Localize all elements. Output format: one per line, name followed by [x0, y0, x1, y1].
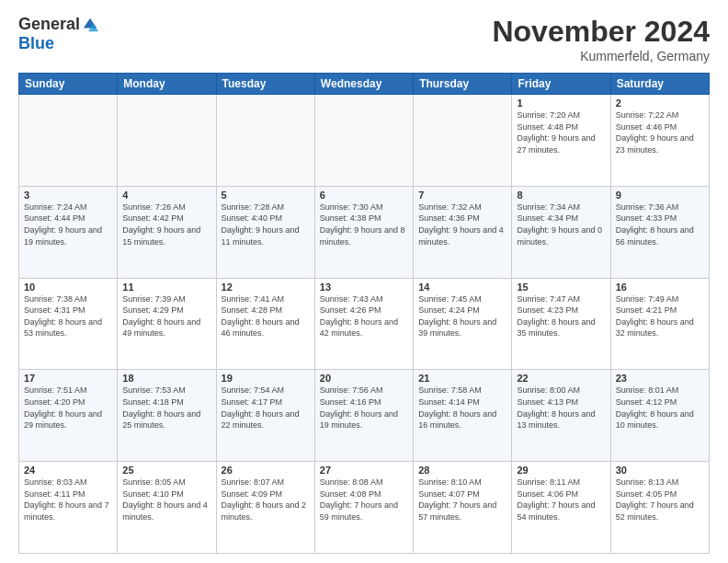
- calendar-row-1: 3Sunrise: 7:24 AMSunset: 4:44 PMDaylight…: [19, 186, 710, 278]
- title-area: November 2024 Kummerfeld, Germany: [492, 15, 710, 63]
- calendar-cell: 11Sunrise: 7:39 AMSunset: 4:29 PMDayligh…: [118, 278, 216, 370]
- calendar-cell: 21Sunrise: 7:58 AMSunset: 4:14 PMDayligh…: [414, 370, 512, 462]
- day-number: 30: [616, 465, 704, 476]
- day-number: 25: [122, 465, 210, 476]
- day-info: Sunrise: 7:22 AMSunset: 4:46 PMDaylight:…: [616, 109, 704, 155]
- calendar-cell: 28Sunrise: 8:10 AMSunset: 4:07 PMDayligh…: [414, 462, 512, 554]
- calendar-cell: 5Sunrise: 7:28 AMSunset: 4:40 PMDaylight…: [216, 186, 314, 278]
- day-info: Sunrise: 7:39 AMSunset: 4:29 PMDaylight:…: [122, 293, 210, 339]
- day-number: 24: [24, 465, 112, 476]
- day-number: 11: [122, 282, 210, 293]
- day-info: Sunrise: 8:08 AMSunset: 4:08 PMDaylight:…: [320, 477, 408, 523]
- day-info: Sunrise: 8:13 AMSunset: 4:05 PMDaylight:…: [616, 477, 704, 523]
- calendar-cell: 15Sunrise: 7:47 AMSunset: 4:23 PMDayligh…: [512, 278, 610, 370]
- day-number: 10: [24, 282, 112, 293]
- calendar-cell: 12Sunrise: 7:41 AMSunset: 4:28 PMDayligh…: [216, 278, 314, 370]
- day-number: 6: [320, 190, 408, 201]
- day-info: Sunrise: 7:30 AMSunset: 4:38 PMDaylight:…: [320, 201, 408, 247]
- calendar-cell: 29Sunrise: 8:11 AMSunset: 4:06 PMDayligh…: [512, 462, 610, 554]
- day-info: Sunrise: 7:43 AMSunset: 4:26 PMDaylight:…: [320, 293, 408, 339]
- day-info: Sunrise: 8:11 AMSunset: 4:06 PMDaylight:…: [517, 477, 605, 523]
- day-number: 16: [616, 282, 704, 293]
- calendar-cell: 13Sunrise: 7:43 AMSunset: 4:26 PMDayligh…: [314, 278, 413, 370]
- day-info: Sunrise: 8:05 AMSunset: 4:10 PMDaylight:…: [122, 477, 210, 523]
- calendar-cell: 24Sunrise: 8:03 AMSunset: 4:11 PMDayligh…: [19, 462, 118, 554]
- calendar-cell: 27Sunrise: 8:08 AMSunset: 4:08 PMDayligh…: [314, 462, 413, 554]
- header-tuesday: Tuesday: [216, 74, 314, 95]
- calendar-cell: 17Sunrise: 7:51 AMSunset: 4:20 PMDayligh…: [19, 370, 118, 462]
- header-friday: Friday: [512, 74, 610, 95]
- day-number: 21: [418, 373, 506, 384]
- calendar-cell: 25Sunrise: 8:05 AMSunset: 4:10 PMDayligh…: [118, 462, 216, 554]
- day-info: Sunrise: 7:26 AMSunset: 4:42 PMDaylight:…: [122, 201, 210, 247]
- calendar-cell: [216, 95, 314, 187]
- day-info: Sunrise: 7:54 AMSunset: 4:17 PMDaylight:…: [222, 385, 310, 431]
- header-wednesday: Wednesday: [314, 74, 413, 95]
- day-number: 20: [320, 373, 408, 384]
- calendar-cell: 20Sunrise: 7:56 AMSunset: 4:16 PMDayligh…: [314, 370, 413, 462]
- calendar-cell: 30Sunrise: 8:13 AMSunset: 4:05 PMDayligh…: [610, 462, 709, 554]
- subtitle: Kummerfeld, Germany: [492, 49, 710, 63]
- day-info: Sunrise: 7:51 AMSunset: 4:20 PMDaylight:…: [24, 385, 112, 431]
- header-saturday: Saturday: [610, 74, 709, 95]
- header-sunday: Sunday: [19, 74, 118, 95]
- calendar-cell: 2Sunrise: 7:22 AMSunset: 4:46 PMDaylight…: [610, 95, 709, 187]
- calendar-cell: 8Sunrise: 7:34 AMSunset: 4:34 PMDaylight…: [512, 186, 610, 278]
- day-number: 8: [517, 190, 605, 201]
- day-info: Sunrise: 7:36 AMSunset: 4:33 PMDaylight:…: [616, 201, 704, 247]
- calendar-cell: 9Sunrise: 7:36 AMSunset: 4:33 PMDaylight…: [610, 186, 709, 278]
- day-number: 9: [616, 190, 704, 201]
- day-number: 4: [122, 190, 210, 201]
- calendar-cell: 10Sunrise: 7:38 AMSunset: 4:31 PMDayligh…: [19, 278, 118, 370]
- month-title: November 2024: [492, 15, 710, 49]
- day-number: 19: [222, 373, 310, 384]
- day-info: Sunrise: 7:49 AMSunset: 4:21 PMDaylight:…: [616, 293, 704, 339]
- calendar-cell: [314, 95, 413, 187]
- calendar-cell: 14Sunrise: 7:45 AMSunset: 4:24 PMDayligh…: [414, 278, 512, 370]
- calendar-cell: 23Sunrise: 8:01 AMSunset: 4:12 PMDayligh…: [610, 370, 709, 462]
- day-info: Sunrise: 8:03 AMSunset: 4:11 PMDaylight:…: [24, 477, 112, 523]
- day-number: 28: [418, 465, 506, 476]
- day-info: Sunrise: 7:32 AMSunset: 4:36 PMDaylight:…: [418, 201, 506, 247]
- calendar-row-4: 24Sunrise: 8:03 AMSunset: 4:11 PMDayligh…: [19, 462, 710, 554]
- day-number: 29: [517, 465, 605, 476]
- calendar-cell: 22Sunrise: 8:00 AMSunset: 4:13 PMDayligh…: [512, 370, 610, 462]
- day-number: 17: [24, 373, 112, 384]
- day-info: Sunrise: 8:07 AMSunset: 4:09 PMDaylight:…: [222, 477, 310, 523]
- calendar-cell: 19Sunrise: 7:54 AMSunset: 4:17 PMDayligh…: [216, 370, 314, 462]
- day-info: Sunrise: 7:53 AMSunset: 4:18 PMDaylight:…: [122, 385, 210, 431]
- calendar-row-0: 1Sunrise: 7:20 AMSunset: 4:48 PMDaylight…: [19, 95, 710, 187]
- day-number: 7: [418, 190, 506, 201]
- calendar-cell: 26Sunrise: 8:07 AMSunset: 4:09 PMDayligh…: [216, 462, 314, 554]
- day-number: 23: [616, 373, 704, 384]
- header: General Blue November 2024 Kummerfeld, G…: [18, 15, 710, 63]
- header-monday: Monday: [118, 74, 216, 95]
- day-info: Sunrise: 7:28 AMSunset: 4:40 PMDaylight:…: [222, 201, 310, 247]
- day-info: Sunrise: 7:20 AMSunset: 4:48 PMDaylight:…: [517, 109, 605, 155]
- day-number: 22: [517, 373, 605, 384]
- calendar-cell: [19, 95, 118, 187]
- day-info: Sunrise: 7:24 AMSunset: 4:44 PMDaylight:…: [24, 201, 112, 247]
- day-number: 15: [517, 282, 605, 293]
- day-info: Sunrise: 7:38 AMSunset: 4:31 PMDaylight:…: [24, 293, 112, 339]
- calendar-cell: [414, 95, 512, 187]
- day-number: 13: [320, 282, 408, 293]
- calendar-cell: 3Sunrise: 7:24 AMSunset: 4:44 PMDaylight…: [19, 186, 118, 278]
- calendar-header-row: Sunday Monday Tuesday Wednesday Thursday…: [19, 74, 710, 95]
- calendar-table: Sunday Monday Tuesday Wednesday Thursday…: [18, 73, 710, 554]
- page: General Blue November 2024 Kummerfeld, G…: [0, 0, 728, 563]
- calendar-cell: [118, 95, 216, 187]
- day-number: 26: [222, 465, 310, 476]
- day-number: 14: [418, 282, 506, 293]
- calendar-row-2: 10Sunrise: 7:38 AMSunset: 4:31 PMDayligh…: [19, 278, 710, 370]
- logo-icon: [82, 17, 98, 33]
- calendar-cell: 7Sunrise: 7:32 AMSunset: 4:36 PMDaylight…: [414, 186, 512, 278]
- day-number: 5: [222, 190, 310, 201]
- day-info: Sunrise: 8:10 AMSunset: 4:07 PMDaylight:…: [418, 477, 506, 523]
- day-number: 3: [24, 190, 112, 201]
- header-thursday: Thursday: [414, 74, 512, 95]
- day-info: Sunrise: 8:00 AMSunset: 4:13 PMDaylight:…: [517, 385, 605, 431]
- day-info: Sunrise: 7:41 AMSunset: 4:28 PMDaylight:…: [222, 293, 310, 339]
- day-info: Sunrise: 7:34 AMSunset: 4:34 PMDaylight:…: [517, 201, 605, 247]
- day-info: Sunrise: 8:01 AMSunset: 4:12 PMDaylight:…: [616, 385, 704, 431]
